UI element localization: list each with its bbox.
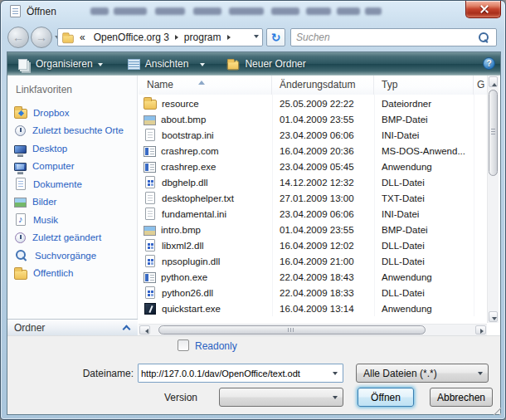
open-button[interactable]: Öffnen	[358, 388, 414, 407]
scroll-left-button[interactable]	[139, 325, 150, 335]
file-type-icon	[144, 115, 156, 125]
file-type-icon	[144, 303, 156, 315]
sidebar-item[interactable]: Bilder	[7, 193, 134, 212]
sidebar-item-icon	[14, 198, 27, 208]
file-type: Dateiordner	[374, 99, 474, 109]
scroll-up-button[interactable]	[489, 76, 498, 87]
sidebar-item[interactable]: Dropbox	[7, 104, 134, 122]
sidebar-item-icon	[14, 270, 27, 280]
sidebar-item-icon	[14, 163, 27, 171]
sidebar-item[interactable]: Desktop	[7, 139, 134, 158]
organize-icon	[17, 58, 31, 71]
file-type-icon	[145, 192, 155, 204]
sidebar-item[interactable]: Suchvorgänge	[7, 247, 134, 265]
sidebar-item[interactable]: Zuletzt geändert	[7, 229, 134, 247]
file-row[interactable]: python26.dll 22.04.2009 18:33 DLL-Datei	[139, 285, 487, 300]
sidebar-item[interactable]: Musik	[7, 211, 134, 229]
filename-input[interactable]	[141, 366, 324, 380]
folders-expander-label: Ordner	[14, 322, 45, 334]
file-name: crashrep.exe	[161, 162, 216, 172]
sidebar-item[interactable]: Öffentlich	[7, 265, 134, 283]
file-row[interactable]: npsoplugin.dll 16.04.2009 21:00 DLL-Date…	[139, 253, 487, 269]
sidebar-item-label: Desktop	[32, 144, 67, 154]
file-name: python26.dll	[162, 288, 213, 298]
breadcrumb-crumb[interactable]: program	[184, 32, 221, 43]
horizontal-scrollbar-thumb[interactable]	[158, 325, 426, 335]
file-row[interactable]: crashrep.exe 23.04.2009 05:45 Anwendung	[139, 159, 487, 174]
vertical-scrollbar[interactable]	[487, 76, 499, 323]
file-row[interactable]: intro.bmp 01.04.2009 23:55 BMP-Datei	[139, 222, 487, 237]
file-row[interactable]: dbghelp.dll 14.12.2002 12:32 DLL-Datei	[139, 174, 487, 190]
column-header-size[interactable]: G	[474, 76, 487, 95]
pane-divider	[137, 76, 138, 335]
refresh-button[interactable]: ↻	[266, 28, 285, 46]
file-type-icon	[145, 255, 155, 267]
file-row[interactable]: libxml2.dll 16.04.2009 12:02 DLL-Datei	[139, 237, 487, 253]
forward-button[interactable]: →	[31, 27, 52, 48]
sidebar-item-icon	[16, 178, 26, 190]
file-date: 22.04.2009 18:43	[272, 272, 374, 282]
scroll-down-button[interactable]	[489, 311, 498, 322]
column-header-type[interactable]: Typ	[374, 76, 474, 95]
views-button[interactable]: Ansichten	[121, 54, 212, 74]
file-name: npsoplugin.dll	[162, 256, 220, 266]
breadcrumb-folder-icon	[62, 34, 74, 42]
sidebar-item[interactable]: Zuletzt besuchte Orte	[7, 122, 134, 140]
views-icon	[128, 59, 140, 70]
readonly-label: Readonly	[195, 340, 237, 352]
version-dropdown[interactable]	[219, 388, 343, 407]
file-row[interactable]: about.bmp 01.04.2009 23:55 BMP-Datei	[139, 111, 487, 127]
horizontal-scrollbar[interactable]	[139, 324, 487, 335]
folders-expander[interactable]: Ordner	[7, 319, 138, 335]
breadcrumb-separator-icon[interactable]	[175, 35, 178, 40]
command-toolbar: Organisieren Ansichten Neuer Ordner ?	[7, 52, 500, 76]
file-row[interactable]: resource 25.05.2009 22:22 Dateiordner	[139, 95, 487, 111]
column-header-date[interactable]: Änderungsdatum	[272, 76, 374, 95]
help-button[interactable]: ?	[483, 57, 495, 70]
sidebar-item[interactable]: Computer	[7, 158, 134, 176]
file-row[interactable]: crashrep.com 16.04.2009 20:36 MS-DOS-Anw…	[139, 143, 487, 159]
file-type-icon	[145, 286, 155, 299]
sidebar-item[interactable]: Dokumente	[7, 175, 134, 193]
breadcrumb[interactable]: « OpenOffice.org 3 program	[57, 28, 263, 46]
chevron-down-icon	[98, 63, 103, 69]
scroll-right-button[interactable]	[475, 325, 486, 335]
search-input[interactable]	[296, 31, 470, 44]
views-label: Ansichten	[145, 58, 189, 70]
filetype-dropdown[interactable]: Alle Dateien (*.*)	[356, 364, 489, 383]
sidebar-item-label: Dokumente	[33, 179, 82, 189]
version-label: Version	[114, 392, 197, 403]
file-name: desktophelper.txt	[162, 193, 234, 203]
file-row[interactable]: fundamental.ini 23.04.2009 06:06 INI-Dat…	[139, 206, 487, 222]
file-type: BMP-Datei	[374, 115, 474, 125]
file-date: 01.04.2009 23:55	[272, 115, 374, 125]
organize-label: Organisieren	[36, 58, 93, 70]
breadcrumb-crumb[interactable]: OpenOffice.org 3	[94, 32, 169, 43]
cancel-button[interactable]: Abbrechen	[430, 388, 493, 407]
sidebar-item-icon	[16, 213, 26, 226]
file-date: 16.04.2009 13:14	[272, 304, 374, 314]
file-type: Anwendung	[374, 272, 474, 282]
vertical-scrollbar-thumb[interactable]	[489, 90, 498, 176]
search-box	[290, 28, 497, 46]
breadcrumb-dropdown-icon[interactable]	[254, 35, 259, 41]
sidebar-item-label: Öffentlich	[33, 268, 73, 278]
breadcrumb-overflow-chevron[interactable]: «	[80, 32, 85, 43]
file-type: Anwendung	[374, 162, 474, 172]
readonly-checkbox[interactable]	[178, 339, 189, 351]
file-name: python.exe	[161, 272, 207, 282]
back-button[interactable]: ←	[7, 27, 29, 48]
new-folder-label: Neuer Ordner	[245, 58, 305, 70]
search-icon[interactable]	[479, 32, 489, 43]
filename-dropdown-icon[interactable]	[333, 372, 338, 378]
organize-button[interactable]: Organisieren	[11, 54, 109, 74]
file-row[interactable]: desktophelper.txt 27.01.2009 13:00 TXT-D…	[139, 190, 487, 206]
column-header-name[interactable]: Name	[139, 76, 272, 95]
breadcrumb-separator-icon[interactable]	[227, 35, 231, 40]
file-date: 27.01.2009 13:00	[272, 193, 374, 203]
file-row[interactable]: quickstart.exe 16.04.2009 13:14 Anwendun…	[139, 300, 487, 316]
file-row[interactable]: python.exe 22.04.2009 18:43 Anwendung	[139, 269, 487, 285]
close-button[interactable]	[465, 1, 501, 18]
new-folder-button[interactable]: Neuer Ordner	[220, 54, 312, 74]
file-row[interactable]: bootstrap.ini 23.04.2009 06:06 INI-Datei	[139, 127, 487, 143]
